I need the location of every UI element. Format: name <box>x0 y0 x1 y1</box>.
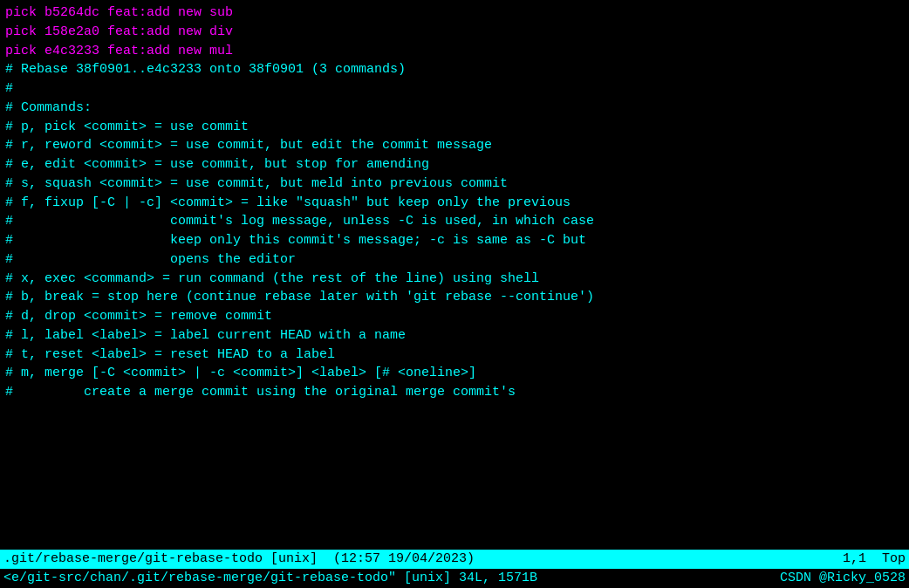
editor-line-17: # d, drop <commit> = remove commit <box>5 307 904 326</box>
statusbar-2: <e/git-src/chan/.git/rebase-merge/git-re… <box>0 569 909 588</box>
editor-line-12: # commit's log message, unless -C is use… <box>5 212 904 231</box>
editor-line-5: # <box>5 79 904 99</box>
editor-line-2: pick e4c3233 feat:add new mul <box>5 42 904 61</box>
editor-line-6: # Commands: <box>5 99 904 118</box>
statusbar-1: .git/rebase-merge/git-rebase-todo [unix]… <box>0 550 909 569</box>
editor-line-11: # f, fixup [-C | -c] <commit> = like "sq… <box>5 194 904 213</box>
editor-line-21: # create a merge commit using the origin… <box>5 383 904 402</box>
editor-area: pick b5264dc feat:add new subpick 158e2a… <box>0 0 909 550</box>
statusbar1-right: 1,1 Top <box>843 550 906 569</box>
editor-line-13: # keep only this commit's message; -c is… <box>5 231 904 250</box>
editor-line-8: # r, reword <commit> = use commit, but e… <box>5 136 904 155</box>
statusbar2-right: CSDN @Ricky_0528 <box>780 569 906 588</box>
editor-line-19: # t, reset <label> = reset HEAD to a lab… <box>5 345 904 365</box>
editor-line-0: pick b5264dc feat:add new sub <box>5 3 904 23</box>
editor-line-16: # b, break = stop here (continue rebase … <box>5 288 904 307</box>
statusbar2-left: <e/git-src/chan/.git/rebase-merge/git-re… <box>3 569 537 588</box>
editor-line-9: # e, edit <commit> = use commit, but sto… <box>5 155 904 174</box>
editor-line-1: pick 158e2a0 feat:add new div <box>5 23 904 42</box>
statusbar1-left: .git/rebase-merge/git-rebase-todo [unix]… <box>3 550 475 569</box>
editor-line-4: # Rebase 38f0901..e4c3233 onto 38f0901 (… <box>5 60 904 79</box>
editor-line-20: # m, merge [-C <commit> | -c <commit>] <… <box>5 364 904 383</box>
editor-line-18: # l, label <label> = label current HEAD … <box>5 326 904 345</box>
editor-line-7: # p, pick <commit> = use commit <box>5 118 904 137</box>
editor-line-15: # x, exec <command> = run command (the r… <box>5 270 904 289</box>
editor-line-10: # s, squash <commit> = use commit, but m… <box>5 174 904 194</box>
editor-line-14: # opens the editor <box>5 250 904 270</box>
